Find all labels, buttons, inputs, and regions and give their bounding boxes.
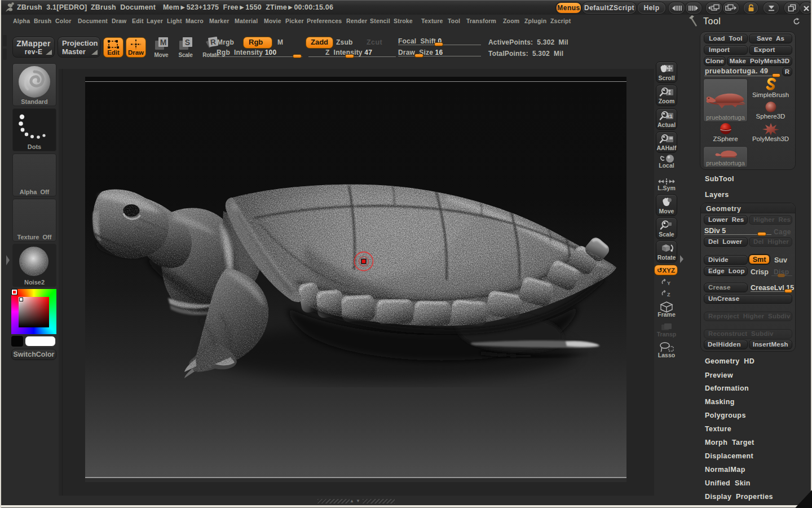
- svg-text:M: M: [160, 38, 167, 47]
- svg-text:S: S: [185, 38, 190, 47]
- svg-text:Y: Y: [667, 281, 670, 286]
- svg-text:Z: Z: [667, 292, 670, 297]
